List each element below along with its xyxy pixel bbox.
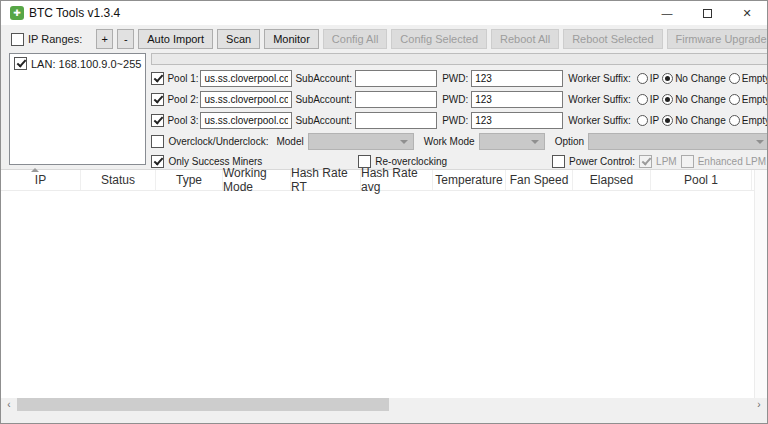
work-mode-dropdown bbox=[479, 133, 545, 150]
column-header-working-mode[interactable]: Working Mode bbox=[223, 170, 291, 190]
radio-label: Empty bbox=[742, 94, 768, 105]
status-strip bbox=[1, 411, 767, 423]
toolbar-button--[interactable]: - bbox=[117, 29, 134, 49]
column-header-ip[interactable]: IP bbox=[1, 170, 81, 190]
worker-suffix-options: IPNo ChangeEmpty bbox=[634, 73, 768, 84]
scroll-left-icon[interactable]: ‹ bbox=[1, 398, 17, 411]
pool-label: Pool 1: bbox=[167, 73, 197, 84]
titlebar: ✚ BTC Tools v1.3.4 — ✕ bbox=[1, 1, 767, 25]
subaccount-label: SubAccount: bbox=[295, 73, 352, 84]
scan-progress-bar bbox=[151, 53, 768, 65]
maximize-button[interactable] bbox=[687, 1, 727, 25]
pool-checkbox[interactable] bbox=[151, 93, 164, 106]
column-header-temperature[interactable]: Temperature bbox=[433, 170, 506, 190]
pool-rows: Pool 1: SubAccount: PWD: Worker Suffix: … bbox=[151, 69, 768, 132]
table-body bbox=[1, 191, 767, 398]
power-control-label: Power Control: bbox=[569, 156, 635, 167]
pwd-input[interactable] bbox=[471, 112, 563, 129]
ip-range-list: LAN: 168.100.9.0~255 bbox=[9, 53, 146, 165]
subaccount-label: SubAccount: bbox=[295, 115, 352, 126]
power-control-checkbox[interactable] bbox=[552, 155, 565, 168]
radio-label: No Change bbox=[675, 115, 726, 126]
column-header-fan-speed[interactable]: Fan Speed bbox=[506, 170, 573, 190]
app-logo-icon: ✚ bbox=[10, 6, 24, 20]
pool-url-input[interactable] bbox=[200, 91, 292, 108]
enhanced-lpm-label: Enhanced LPM bbox=[698, 156, 766, 167]
scroll-right-icon[interactable]: › bbox=[751, 398, 767, 411]
worker-suffix-label: Worker Suffix: bbox=[568, 115, 630, 126]
toolbar-button-auto-import[interactable]: Auto Import bbox=[138, 29, 213, 49]
radio-icon bbox=[729, 94, 740, 105]
worker-suffix-option-ip[interactable]: IP bbox=[637, 73, 659, 84]
worker-suffix-option-ip[interactable]: IP bbox=[637, 115, 659, 126]
pool-checkbox[interactable] bbox=[151, 114, 164, 127]
model-label: Model bbox=[276, 136, 303, 147]
overclock-checkbox[interactable] bbox=[151, 135, 164, 148]
column-header-status[interactable]: Status bbox=[81, 170, 156, 190]
radio-label: IP bbox=[650, 115, 659, 126]
pool-panel: Pool 1: SubAccount: PWD: Worker Suffix: … bbox=[151, 53, 768, 169]
only-success-checkbox[interactable] bbox=[151, 155, 164, 168]
enhanced-lpm-checkbox bbox=[681, 155, 694, 168]
subaccount-input[interactable] bbox=[355, 112, 437, 129]
toolbar: IP Ranges: +-Auto ImportScanMonitorConfi… bbox=[1, 25, 767, 53]
worker-suffix-option-ip[interactable]: IP bbox=[637, 94, 659, 105]
worker-suffix-options: IPNo ChangeEmpty bbox=[634, 115, 768, 126]
close-button[interactable]: ✕ bbox=[727, 1, 767, 25]
config-area: LAN: 168.100.9.0~255 Pool 1: SubAccount:… bbox=[1, 53, 767, 169]
subaccount-label: SubAccount: bbox=[295, 94, 352, 105]
radio-label: Empty bbox=[742, 115, 768, 126]
worker-suffix-option-empty[interactable]: Empty bbox=[729, 115, 768, 126]
window-controls: — ✕ bbox=[647, 1, 767, 25]
scrollbar-thumb[interactable] bbox=[17, 398, 389, 411]
toolbar-button-firmware-upgrade: Firmware Upgrade bbox=[667, 29, 768, 49]
column-header-hash-rate-rt[interactable]: Hash Rate RT bbox=[291, 170, 361, 190]
radio-label: IP bbox=[650, 94, 659, 105]
worker-suffix-option-no-change[interactable]: No Change bbox=[662, 94, 726, 105]
pwd-label: PWD: bbox=[442, 115, 468, 126]
column-header-type[interactable]: Type bbox=[156, 170, 223, 190]
subaccount-input[interactable] bbox=[355, 91, 437, 108]
worker-suffix-options: IPNo ChangeEmpty bbox=[634, 94, 768, 105]
worker-suffix-option-no-change[interactable]: No Change bbox=[662, 115, 726, 126]
miner-table: IPStatusTypeWorking ModeHash Rate RTHash… bbox=[1, 169, 767, 411]
radio-icon bbox=[637, 94, 648, 105]
ip-ranges-checkbox[interactable] bbox=[11, 33, 24, 46]
radio-icon bbox=[637, 115, 648, 126]
pool-row: Pool 3: SubAccount: PWD: Worker Suffix: … bbox=[151, 111, 768, 129]
pool-url-input[interactable] bbox=[200, 112, 292, 129]
lan-range-checkbox[interactable] bbox=[14, 57, 27, 70]
worker-suffix-option-empty[interactable]: Empty bbox=[729, 73, 768, 84]
maximize-icon bbox=[703, 9, 712, 18]
overclock-label: Overclock/Underclock: bbox=[168, 136, 268, 147]
pool-url-input[interactable] bbox=[200, 70, 292, 87]
column-header-pool-1[interactable]: Pool 1 bbox=[651, 170, 752, 190]
minimize-icon: — bbox=[662, 7, 673, 19]
toolbar-button-scan[interactable]: Scan bbox=[217, 29, 260, 49]
column-header-hash-rate-avg[interactable]: Hash Rate avg bbox=[361, 170, 433, 190]
radio-icon bbox=[662, 73, 673, 84]
table-header-row: IPStatusTypeWorking ModeHash Rate RTHash… bbox=[1, 170, 767, 191]
app-window: ✚ BTC Tools v1.3.4 — ✕ IP Ranges: +-Auto… bbox=[0, 0, 768, 424]
lan-range-item[interactable]: LAN: 168.100.9.0~255 bbox=[14, 57, 141, 70]
pool-label: Pool 2: bbox=[167, 94, 197, 105]
vertical-scrollbar[interactable] bbox=[754, 170, 767, 398]
radio-icon bbox=[662, 94, 673, 105]
worker-suffix-label: Worker Suffix: bbox=[568, 94, 630, 105]
ip-ranges-label: IP Ranges: bbox=[28, 33, 82, 45]
toolbar-button-config-all: Config All bbox=[323, 29, 387, 49]
radio-icon bbox=[729, 73, 740, 84]
pwd-input[interactable] bbox=[471, 70, 563, 87]
column-header-elapsed[interactable]: Elapsed bbox=[573, 170, 651, 190]
work-mode-label: Work Mode bbox=[424, 136, 475, 147]
minimize-button[interactable]: — bbox=[647, 1, 687, 25]
pool-checkbox[interactable] bbox=[151, 72, 164, 85]
pwd-label: PWD: bbox=[442, 94, 468, 105]
worker-suffix-option-empty[interactable]: Empty bbox=[729, 94, 768, 105]
pwd-input[interactable] bbox=[471, 91, 563, 108]
worker-suffix-option-no-change[interactable]: No Change bbox=[662, 73, 726, 84]
subaccount-input[interactable] bbox=[355, 70, 437, 87]
toolbar-button--[interactable]: + bbox=[96, 29, 113, 49]
toolbar-button-monitor[interactable]: Monitor bbox=[264, 29, 319, 49]
radio-label: IP bbox=[650, 73, 659, 84]
